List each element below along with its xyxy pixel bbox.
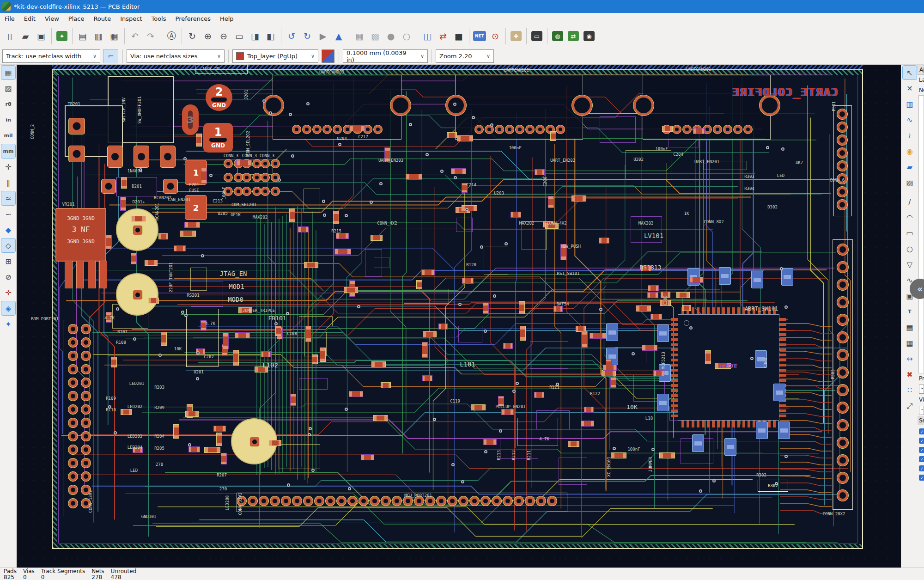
flip-button[interactable]: ▶ xyxy=(315,28,331,44)
smd-component[interactable] xyxy=(571,195,586,201)
tht-pad[interactable] xyxy=(315,496,324,506)
tht-pad[interactable] xyxy=(248,496,257,506)
smd-component[interactable] xyxy=(422,375,432,381)
zone-filled-button[interactable]: ◆ xyxy=(1,223,15,237)
smd-capacitor[interactable] xyxy=(778,421,790,439)
smd-component[interactable] xyxy=(689,277,703,283)
panel-field-value[interactable]: - xyxy=(919,385,924,394)
tht-pad[interactable] xyxy=(81,324,91,334)
tht-pad[interactable] xyxy=(253,159,261,168)
tht-pad[interactable] xyxy=(744,125,752,134)
draw-polygon-button[interactable]: ▽ xyxy=(903,257,917,271)
smd-component[interactable] xyxy=(610,377,616,387)
smd-component[interactable] xyxy=(196,134,202,147)
highlight-ratsnest-button[interactable]: ✕ xyxy=(903,81,917,95)
smd-component[interactable] xyxy=(636,305,651,311)
filter-checkbox[interactable]: ✓ xyxy=(919,447,924,453)
panel-field-value[interactable]: - xyxy=(919,406,924,415)
tht-pad[interactable] xyxy=(253,173,261,182)
track-posture-button[interactable]: ⌐ xyxy=(103,49,118,63)
tht-pad[interactable] xyxy=(68,485,78,495)
via[interactable] xyxy=(309,427,312,430)
tht-pad[interactable] xyxy=(492,496,501,506)
polar-coords-button[interactable]: rθ xyxy=(1,97,15,111)
new-board-button[interactable]: ▯ xyxy=(2,28,18,44)
smd-component[interactable] xyxy=(148,298,159,304)
smd-component[interactable] xyxy=(373,415,388,421)
smd-component[interactable] xyxy=(161,332,167,346)
tht-pad[interactable] xyxy=(81,365,91,374)
appearance-tab[interactable]: Ap xyxy=(918,65,924,75)
tht-pad[interactable] xyxy=(224,159,232,168)
via[interactable] xyxy=(490,123,493,127)
via[interactable] xyxy=(196,351,200,354)
via-size-dropdown[interactable]: Via: use netclass sizes ∨ xyxy=(127,49,225,63)
filter-checkbox[interactable]: ✓ xyxy=(919,428,924,434)
board-setup-button[interactable]: ✦ xyxy=(54,28,70,44)
power-pad-gnd1[interactable]: 1GND xyxy=(203,123,233,153)
smd-component[interactable] xyxy=(438,324,448,330)
menu-route[interactable]: Route xyxy=(89,13,116,24)
tht-pad[interactable] xyxy=(837,437,848,448)
tht-pad[interactable] xyxy=(572,95,592,116)
smd-capacitor[interactable] xyxy=(657,394,669,411)
unlock-button[interactable]: ○ xyxy=(399,28,414,44)
via[interactable] xyxy=(433,418,436,421)
tht-pad[interactable] xyxy=(69,118,85,134)
tht-pad[interactable] xyxy=(837,367,848,378)
smd-component[interactable] xyxy=(184,222,200,228)
tht-pad[interactable] xyxy=(837,200,847,210)
tht-pad[interactable] xyxy=(81,338,91,347)
tht-pad[interactable] xyxy=(475,125,483,134)
tht-pad[interactable] xyxy=(713,125,722,134)
smd-component[interactable] xyxy=(233,350,239,365)
tht-pad[interactable] xyxy=(160,146,175,167)
tht-pad[interactable] xyxy=(837,420,848,431)
smd-capacitor[interactable] xyxy=(724,438,736,456)
filter-checkbox[interactable]: ✓ xyxy=(919,475,924,481)
grid-dots-graphic-button[interactable]: ▨ xyxy=(1,81,15,95)
smd-component[interactable] xyxy=(462,278,474,284)
tht-pad[interactable] xyxy=(403,496,413,506)
via[interactable] xyxy=(311,469,315,472)
smd-component[interactable] xyxy=(676,292,690,298)
tht-pad[interactable] xyxy=(68,351,78,360)
smd-component[interactable] xyxy=(662,126,673,132)
tht-pad[interactable] xyxy=(348,496,357,506)
smd-component[interactable] xyxy=(185,411,199,417)
smd-component[interactable] xyxy=(269,440,281,446)
rule-area-button[interactable]: ▨ xyxy=(903,176,917,189)
smd-component[interactable] xyxy=(131,216,146,222)
via[interactable] xyxy=(291,154,294,158)
tht-pad[interactable] xyxy=(837,297,848,308)
tht-pad[interactable] xyxy=(81,351,91,360)
via-holes-button[interactable]: ⊘ xyxy=(1,270,15,284)
layer-pair-indicator[interactable] xyxy=(322,49,334,63)
smd-component[interactable] xyxy=(534,392,544,398)
filter-checkbox[interactable]: ✓ xyxy=(919,456,924,462)
smd-component[interactable] xyxy=(223,333,229,349)
tht-pad[interactable] xyxy=(108,146,122,167)
tht-pad[interactable] xyxy=(359,496,368,506)
tht-pad[interactable] xyxy=(837,332,848,343)
smd-component[interactable] xyxy=(535,169,545,175)
grid-origin-button[interactable]: ∷ xyxy=(903,383,917,397)
smd-component[interactable] xyxy=(201,168,207,184)
panel-row-la[interactable]: La xyxy=(918,75,924,85)
tht-pad[interactable] xyxy=(68,499,78,508)
group-button[interactable]: ▦ xyxy=(352,28,367,44)
tht-pad[interactable] xyxy=(556,125,565,134)
tht-pad[interactable] xyxy=(81,458,91,468)
scripting-console-button[interactable]: ▭ xyxy=(529,28,545,44)
via[interactable] xyxy=(308,433,311,436)
smd-component[interactable] xyxy=(519,301,525,315)
smd-component[interactable] xyxy=(584,407,594,413)
smd-component[interactable] xyxy=(261,351,271,357)
tht-pad[interactable] xyxy=(547,496,557,506)
smd-component[interactable] xyxy=(483,439,497,445)
tht-pad[interactable] xyxy=(734,125,742,134)
header-pin[interactable] xyxy=(76,261,84,288)
via[interactable] xyxy=(269,111,272,115)
via[interactable] xyxy=(357,305,360,308)
plot-button[interactable]: ▦ xyxy=(106,28,122,44)
